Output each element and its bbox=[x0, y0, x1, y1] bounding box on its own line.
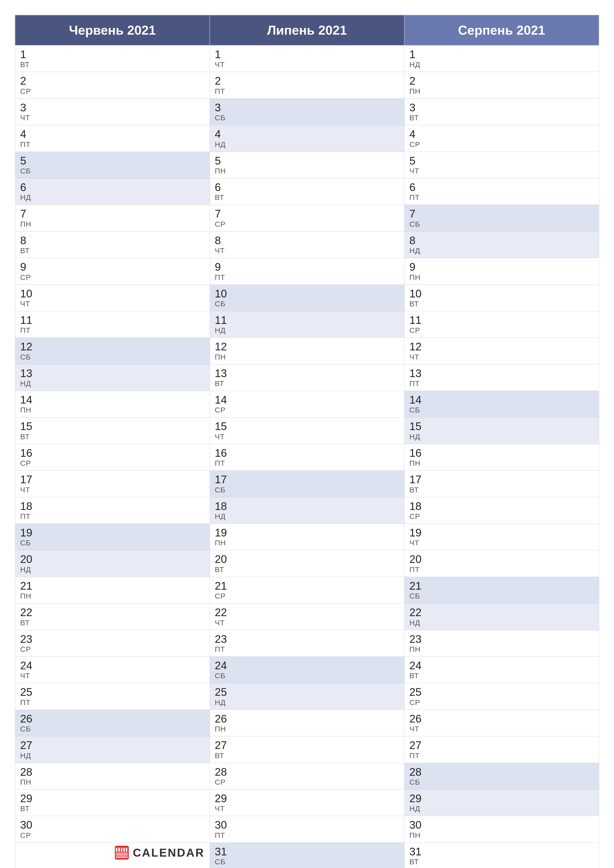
aug-day-name: СР bbox=[409, 698, 594, 707]
june-day-cell: 21ПН bbox=[15, 577, 210, 603]
june-day-name: ЧТ bbox=[20, 300, 205, 308]
july-day-number: 22 bbox=[215, 606, 399, 618]
june-day-cell: 5СБ bbox=[15, 152, 210, 178]
aug-day-name: СБ bbox=[409, 220, 594, 228]
june-day-number: 12 bbox=[20, 341, 205, 353]
aug-day-number: 20 bbox=[409, 553, 594, 565]
table-row: 20НД20ВТ20ПТ bbox=[15, 550, 599, 577]
july-day-number: 19 bbox=[215, 527, 399, 539]
june-day-number: 2 bbox=[20, 75, 205, 87]
july-day-cell: 10СБ bbox=[210, 285, 404, 311]
july-day-name: СР bbox=[215, 406, 399, 414]
august-day-cell: 15НД bbox=[404, 417, 599, 444]
june-day-number: 1 bbox=[20, 48, 205, 60]
july-day-cell: 9ПТ bbox=[210, 258, 404, 285]
june-day-number: 14 bbox=[20, 394, 205, 406]
july-day-number: 8 bbox=[215, 234, 399, 246]
june-day-cell: 7ПН bbox=[15, 205, 210, 231]
august-day-cell: 12ЧТ bbox=[404, 338, 599, 364]
july-day-cell: 16ПТ bbox=[210, 444, 404, 470]
table-row: 13НД13ВТ13ПТ bbox=[15, 364, 599, 391]
aug-day-number: 6 bbox=[409, 181, 594, 193]
june-day-number: 6 bbox=[20, 181, 205, 193]
august-day-cell: 21СБ bbox=[404, 577, 599, 603]
june-day-cell: 15ВТ bbox=[15, 417, 210, 444]
june-day-name: НД bbox=[20, 193, 205, 202]
june-day-name: ПН bbox=[20, 406, 205, 414]
august-day-cell: 16ПН bbox=[404, 444, 599, 470]
august-day-cell: 11СР bbox=[404, 311, 599, 338]
aug-day-number: 13 bbox=[409, 367, 594, 379]
aug-day-number: 21 bbox=[409, 580, 594, 592]
aug-day-name: ПН bbox=[409, 273, 594, 282]
table-row: 8ВТ8ЧТ8НД bbox=[15, 231, 599, 258]
august-day-cell: 28СБ bbox=[404, 763, 599, 789]
july-day-number: 13 bbox=[215, 367, 399, 379]
june-day-name: ВТ bbox=[20, 618, 205, 627]
july-day-number: 28 bbox=[215, 766, 399, 778]
august-day-cell: 18СР bbox=[404, 497, 599, 524]
june-day-cell: 2СР bbox=[15, 72, 210, 98]
august-day-cell: 29НД bbox=[404, 789, 599, 816]
calendar-logo: CALENDAR bbox=[20, 846, 205, 860]
july-day-cell: 24СБ bbox=[210, 656, 404, 683]
july-day-name: НД bbox=[215, 698, 399, 707]
july-day-name: СБ bbox=[215, 486, 399, 494]
header-row: Червень 2021 Липень 2021 Серпень 2021 bbox=[15, 15, 599, 45]
july-day-cell: 30ПТ bbox=[210, 816, 404, 843]
july-day-name: СБ bbox=[215, 300, 399, 308]
july-day-cell: 1ЧТ bbox=[210, 45, 404, 72]
june-day-name: СБ bbox=[20, 539, 205, 547]
july-day-name: ВТ bbox=[215, 752, 399, 760]
aug-day-name: СБ bbox=[409, 778, 594, 786]
aug-day-name: НД bbox=[409, 804, 594, 813]
june-day-name: ПН bbox=[20, 220, 205, 228]
table-row: 27НД27ВТ27ПТ bbox=[15, 736, 599, 763]
june-day-cell: 13НД bbox=[15, 364, 210, 391]
june-day-number: 30 bbox=[20, 819, 205, 831]
june-day-number: 3 bbox=[20, 102, 205, 113]
june-day-cell: 26СБ bbox=[15, 710, 210, 736]
july-day-name: ЧТ bbox=[215, 618, 399, 627]
july-day-number: 3 bbox=[215, 102, 399, 113]
august-day-cell: 19ЧТ bbox=[404, 524, 599, 550]
june-day-number: 8 bbox=[20, 234, 205, 246]
july-day-name: ПН bbox=[215, 539, 399, 547]
aug-day-name: НД bbox=[409, 246, 594, 255]
june-day-name: ПТ bbox=[20, 140, 205, 149]
aug-day-name: ПН bbox=[409, 645, 594, 654]
table-row: 16СР16ПТ16ПН bbox=[15, 444, 599, 470]
aug-day-name: ВТ bbox=[409, 671, 594, 680]
july-day-number: 11 bbox=[215, 314, 399, 326]
header-june: Червень 2021 bbox=[15, 15, 210, 45]
june-day-name: ПТ bbox=[20, 512, 205, 521]
july-day-cell: 29ЧТ bbox=[210, 789, 404, 816]
aug-day-number: 29 bbox=[409, 792, 594, 804]
table-row: 12СБ12ПН12ЧТ bbox=[15, 338, 599, 364]
aug-day-number: 3 bbox=[409, 102, 594, 113]
aug-day-name: СР bbox=[409, 326, 594, 335]
august-day-cell: 14СБ bbox=[404, 391, 599, 417]
august-day-cell: 6ПТ bbox=[404, 178, 599, 205]
august-day-cell: 31ВТ bbox=[404, 843, 599, 868]
june-day-cell: 4ПТ bbox=[15, 125, 210, 152]
july-day-number: 14 bbox=[215, 394, 399, 406]
july-day-name: НД bbox=[215, 512, 399, 521]
august-day-cell: 3ВТ bbox=[404, 98, 599, 125]
july-day-number: 29 bbox=[215, 792, 399, 804]
july-day-cell: 18НД bbox=[210, 497, 404, 524]
july-day-name: ЧТ bbox=[215, 432, 399, 441]
june-day-cell: 11ПТ bbox=[15, 311, 210, 338]
june-day-cell: CALENDAR bbox=[15, 843, 210, 868]
august-day-cell: 17ВТ bbox=[404, 471, 599, 497]
aug-day-name: ПТ bbox=[409, 193, 594, 202]
july-day-cell: 11НД bbox=[210, 311, 404, 338]
july-day-number: 6 bbox=[215, 181, 399, 193]
august-day-cell: 10ВТ bbox=[404, 285, 599, 311]
june-day-number: 27 bbox=[20, 739, 205, 751]
july-day-number: 16 bbox=[215, 447, 399, 459]
calendar-table: Червень 2021 Липень 2021 Серпень 2021 1В… bbox=[15, 15, 599, 868]
table-row: 7ПН7СР7СБ bbox=[15, 205, 599, 231]
june-day-number: 26 bbox=[20, 713, 205, 725]
table-row: 30СР30ПТ30ПН bbox=[15, 816, 599, 843]
